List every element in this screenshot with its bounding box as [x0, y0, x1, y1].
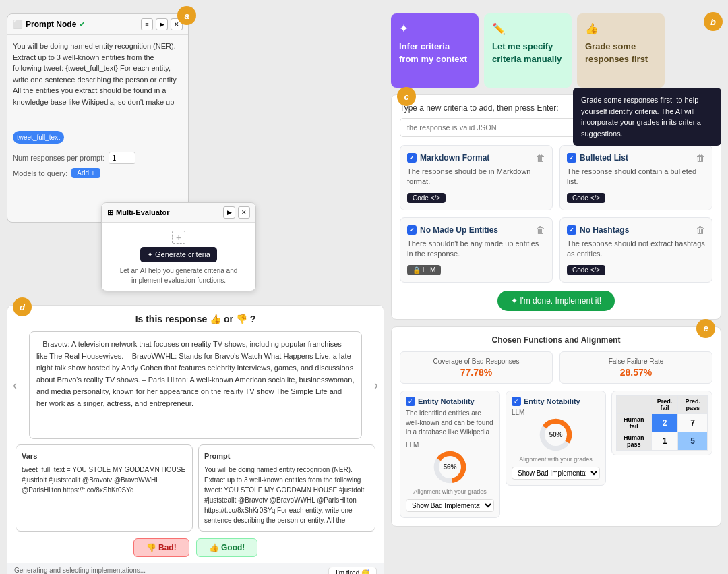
grid-icon: ⊞ [107, 208, 113, 217]
multi-eval-controls: ▶ ✕ [223, 206, 250, 219]
coverage-value: 77.78% [406, 367, 547, 378]
good-button[interactable]: 👍 Good! [196, 538, 258, 557]
code-icon: </> [431, 194, 440, 202]
models-row: Models to query: Add + [7, 168, 188, 182]
criteria-card-nohashtags: ✓ No Hashtags 🗑 The response should not … [559, 217, 712, 283]
markdown-tag: Code </> [407, 193, 446, 203]
num-responses-row: Num responses per prompt: [7, 152, 188, 168]
badge-a: a [177, 6, 196, 25]
specify-criteria-card[interactable]: ✏️ Let me specify criteria manually [484, 13, 572, 88]
function-1-tag: LLM [406, 441, 494, 449]
matrix-header-empty [617, 395, 652, 413]
badge-e: e [696, 319, 715, 338]
function-card-1: ✓ Entity Notability The identified entit… [400, 391, 500, 518]
nohashtags-delete-icon[interactable]: 🗑 [696, 225, 705, 235]
vars-content: tweet_full_text = YOU STOLE MY GODDAMN H… [22, 465, 187, 495]
pencil-icon: ✏️ [492, 22, 564, 36]
prompt-node-panel: ⬜ Prompt Node ✓ ≡ ▶ ✕ You will be doing … [7, 13, 189, 223]
multi-eval-title: ⊞ Multi-Evaluator [107, 208, 169, 217]
bulleted-delete-icon[interactable]: 🗑 [696, 152, 705, 163]
infer-criteria-card[interactable]: ✦ Infer criteria from my context [391, 13, 479, 88]
nomadeup-title: ✓ No Made Up Entities [407, 225, 498, 235]
bulleted-card-header: ✓ Bulleted List 🗑 [567, 152, 705, 163]
function-2-show-bad-select[interactable]: Show Bad Implementations [512, 467, 600, 480]
criteria-card-nomadeup: ✓ No Made Up Entities 🗑 There shouldn't … [400, 217, 553, 283]
human-fail-label: Human fail [617, 413, 652, 432]
nomadeup-delete-icon[interactable]: 🗑 [536, 225, 545, 235]
bulleted-checkbox[interactable]: ✓ [567, 153, 576, 163]
functions-alignment-panel: e Chosen Functions and Alignment Coverag… [391, 326, 721, 527]
markdown-title: ✓ Markdown Format [407, 153, 489, 163]
nohashtags-title: ✓ No Hashtags [567, 225, 629, 235]
markdown-checkbox[interactable]: ✓ [407, 153, 417, 163]
tweet-tag: tweet_full_text [13, 131, 64, 144]
tired-button[interactable]: I'm tired 😴 [328, 567, 377, 575]
vars-title: Vars [22, 451, 187, 462]
done-implement-button[interactable]: ✦ I'm done. Implement it! [497, 291, 615, 311]
markdown-delete-icon[interactable]: 🗑 [536, 152, 545, 163]
grade-responses-card[interactable]: 👍 Grade some responses first [577, 13, 665, 88]
close-icon-2[interactable]: ✕ [238, 206, 250, 219]
matrix-header-pred-fail: Pred. fail [651, 395, 678, 413]
next-response-button[interactable]: › [374, 378, 378, 393]
function-2-tag: LLM [512, 409, 600, 416]
functions-row: ✓ Entity Notability The identified entit… [400, 391, 712, 518]
nomadeup-card-header: ✓ No Made Up Entities 🗑 [407, 225, 545, 235]
code-icon-3: </> [590, 266, 600, 274]
prev-response-button[interactable]: ‹ [13, 378, 17, 393]
grade-tooltip: Grade some responses first, to help your… [573, 88, 721, 146]
function-2-donut: 50% Alignment with your grades [512, 416, 600, 463]
matrix-row-human-fail: Human fail 2 7 [617, 413, 708, 432]
grade-buttons-row: 👎 Bad! 👍 Good! [16, 538, 375, 557]
response-text-box: – Bravotv: A television network that foc… [29, 331, 362, 439]
criteria-card-bulleted: ✓ Bulleted List 🗑 The response should co… [559, 145, 712, 210]
num-responses-input[interactable] [109, 152, 135, 164]
badge-c: c [397, 87, 416, 106]
function-1-header: ✓ Entity Notability [406, 397, 494, 406]
multi-eval-header: ⊞ Multi-Evaluator ▶ ✕ [102, 203, 255, 223]
play-icon-2[interactable]: ▶ [223, 206, 235, 219]
prompt-node-header: ⬜ Prompt Node ✓ ≡ ▶ ✕ [7, 14, 188, 35]
function-1-title: Entity Notability [418, 397, 475, 405]
add-criteria-icon[interactable]: + [172, 231, 185, 244]
nohashtags-tag: Code </> [567, 265, 605, 275]
bad-button[interactable]: 👎 Bad! [133, 538, 189, 557]
pass-fail-cell: 1 [651, 432, 678, 450]
code-icon-2: </> [590, 194, 600, 202]
checkmark: ✓ [79, 20, 86, 29]
function-2-align-label: Alignment with your grades [519, 456, 593, 463]
response-grading-panel: d Is this response 👍 or 👎 ? ‹ – Bravotv:… [7, 305, 384, 574]
list-icon[interactable]: ≡ [141, 18, 153, 30]
confusion-matrix: Pred. fail Pred. pass Human fail 2 7 [611, 391, 712, 455]
criteria-grid: ✓ Markdown Format 🗑 The response should … [400, 145, 712, 283]
play-icon[interactable]: ▶ [156, 18, 168, 30]
multi-eval-description: Let an AI help you generate criteria and… [107, 266, 250, 285]
function-1-checkbox[interactable]: ✓ [406, 397, 415, 406]
add-model-button[interactable]: Add + [71, 168, 100, 178]
false-failure-metric: False Failure Rate 28.57% [559, 351, 712, 384]
markdown-desc: The response should be in Markdown forma… [407, 167, 545, 188]
false-failure-label: False Failure Rate [566, 357, 706, 365]
grading-title: Is this response 👍 or 👎 ? [16, 314, 375, 324]
nohashtags-checkbox[interactable]: ✓ [567, 225, 576, 235]
false-failure-value: 28.57% [566, 367, 706, 378]
multi-eval-body: + ✦ Generate criteria Let an AI help you… [102, 223, 255, 291]
generate-criteria-button[interactable]: ✦ Generate criteria [140, 247, 217, 262]
function-2-header: ✓ Entity Notability [512, 397, 600, 406]
status-area: Generating and selecting implementations… [14, 567, 149, 575]
llm-icon: 🔒 [413, 266, 421, 274]
function-1-show-bad-select[interactable]: Show Bad Implementations [406, 499, 494, 512]
prompt-node-title: ⬜ Prompt Node ✓ [13, 20, 86, 29]
vars-box: Vars tweet_full_text = YOU STOLE MY GODD… [16, 444, 193, 532]
human-pass-label: Human pass [617, 432, 652, 450]
response-area: ‹ – Bravotv: A television network that f… [16, 331, 375, 439]
prompt-text: You will be doing named entity recogniti… [13, 40, 183, 128]
specify-criteria-label: Let me specify criteria manually [492, 41, 562, 63]
markdown-card-header: ✓ Markdown Format 🗑 [407, 152, 545, 163]
functions-title: Chosen Functions and Alignment [400, 335, 712, 345]
nomadeup-checkbox[interactable]: ✓ [407, 225, 417, 235]
function-2-checkbox[interactable]: ✓ [512, 397, 521, 406]
fail-pass-cell: 7 [678, 413, 708, 432]
matrix-table: Pred. fail Pred. pass Human fail 2 7 [616, 395, 708, 451]
prompt-title: Prompt [204, 451, 369, 462]
